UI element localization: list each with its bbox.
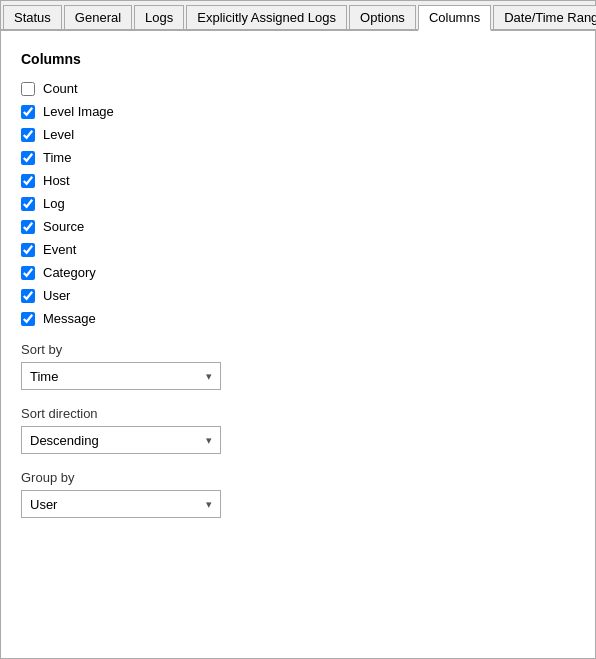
- checkboxes-container: CountLevel ImageLevelTimeHostLogSourceEv…: [21, 81, 575, 326]
- checkbox-row-time: Time: [21, 150, 575, 165]
- checkbox-message[interactable]: [21, 312, 35, 326]
- group-by-dropdown[interactable]: User ▾: [21, 490, 221, 518]
- group-by-label: Group by: [21, 470, 575, 485]
- tab-datetime-range[interactable]: Date/Time Range: [493, 5, 596, 29]
- main-window: StatusGeneralLogsExplicitly Assigned Log…: [0, 0, 596, 659]
- checkbox-event[interactable]: [21, 243, 35, 257]
- checkbox-label-user[interactable]: User: [43, 288, 70, 303]
- tab-bar: StatusGeneralLogsExplicitly Assigned Log…: [1, 1, 595, 31]
- sort-by-dropdown[interactable]: Time ▾: [21, 362, 221, 390]
- checkbox-count[interactable]: [21, 82, 35, 96]
- tab-logs[interactable]: Logs: [134, 5, 184, 29]
- sort-by-label: Sort by: [21, 342, 575, 357]
- tab-explicitly-assigned-logs[interactable]: Explicitly Assigned Logs: [186, 5, 347, 29]
- tab-columns[interactable]: Columns: [418, 5, 491, 31]
- checkbox-row-message: Message: [21, 311, 575, 326]
- sort-direction-value: Descending: [30, 433, 99, 448]
- checkbox-category[interactable]: [21, 266, 35, 280]
- checkbox-user[interactable]: [21, 289, 35, 303]
- checkbox-level-image[interactable]: [21, 105, 35, 119]
- sort-direction-dropdown[interactable]: Descending ▾: [21, 426, 221, 454]
- checkbox-level[interactable]: [21, 128, 35, 142]
- checkbox-time[interactable]: [21, 151, 35, 165]
- checkbox-row-level-image: Level Image: [21, 104, 575, 119]
- checkbox-label-level-image[interactable]: Level Image: [43, 104, 114, 119]
- chevron-down-icon: ▾: [206, 370, 212, 383]
- sort-by-group: Sort by Time ▾: [21, 342, 575, 390]
- group-by-group: Group by User ▾: [21, 470, 575, 518]
- checkbox-row-count: Count: [21, 81, 575, 96]
- checkbox-source[interactable]: [21, 220, 35, 234]
- section-title: Columns: [21, 51, 575, 67]
- content-area: Columns CountLevel ImageLevelTimeHostLog…: [1, 31, 595, 658]
- checkbox-label-count[interactable]: Count: [43, 81, 78, 96]
- checkbox-label-level[interactable]: Level: [43, 127, 74, 142]
- checkbox-row-event: Event: [21, 242, 575, 257]
- checkbox-label-event[interactable]: Event: [43, 242, 76, 257]
- checkbox-row-log: Log: [21, 196, 575, 211]
- sort-by-value: Time: [30, 369, 58, 384]
- tab-status[interactable]: Status: [3, 5, 62, 29]
- checkbox-row-host: Host: [21, 173, 575, 188]
- group-by-value: User: [30, 497, 57, 512]
- checkbox-label-message[interactable]: Message: [43, 311, 96, 326]
- chevron-down-icon: ▾: [206, 498, 212, 511]
- checkbox-host[interactable]: [21, 174, 35, 188]
- checkbox-log[interactable]: [21, 197, 35, 211]
- checkbox-label-time[interactable]: Time: [43, 150, 71, 165]
- checkbox-label-source[interactable]: Source: [43, 219, 84, 234]
- sort-direction-label: Sort direction: [21, 406, 575, 421]
- checkbox-row-user: User: [21, 288, 575, 303]
- tab-general[interactable]: General: [64, 5, 132, 29]
- chevron-down-icon: ▾: [206, 434, 212, 447]
- sort-direction-group: Sort direction Descending ▾: [21, 406, 575, 454]
- checkbox-row-level: Level: [21, 127, 575, 142]
- tab-options[interactable]: Options: [349, 5, 416, 29]
- checkbox-label-log[interactable]: Log: [43, 196, 65, 211]
- checkbox-row-category: Category: [21, 265, 575, 280]
- checkbox-row-source: Source: [21, 219, 575, 234]
- checkbox-label-category[interactable]: Category: [43, 265, 96, 280]
- checkbox-label-host[interactable]: Host: [43, 173, 70, 188]
